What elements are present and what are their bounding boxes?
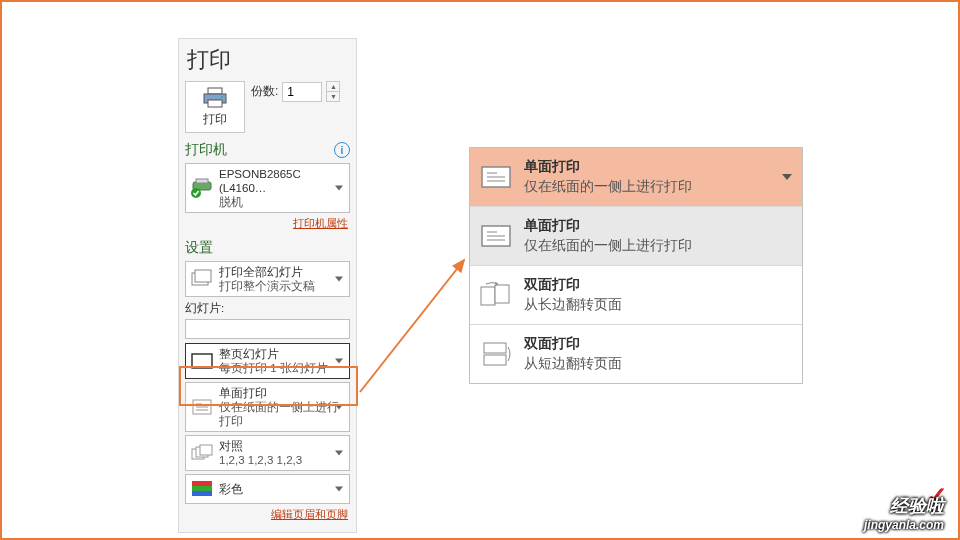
svg-rect-5: [196, 179, 208, 183]
popout-current-sub: 仅在纸面的一侧上进行打印: [524, 178, 692, 196]
svg-rect-8: [195, 270, 211, 282]
print-button-label: 打印: [203, 111, 227, 128]
duplex-short-icon: [478, 340, 514, 368]
slides-all-icon: [190, 268, 214, 290]
print-range-select[interactable]: 打印全部幻灯片 打印整个演示文稿: [185, 261, 350, 297]
single-sided-icon: [478, 222, 514, 250]
printer-name: EPSONB2865C (L4160…: [219, 167, 345, 195]
sides-sub: 仅在纸面的一侧上进行打印: [219, 400, 345, 428]
svg-rect-19: [192, 491, 212, 496]
opt2-title: 双面打印: [524, 276, 622, 294]
slides-field-label: 幻灯片:: [185, 301, 350, 316]
printer-status-icon: [190, 177, 214, 199]
print-button[interactable]: 打印: [185, 81, 245, 133]
slides-range-input[interactable]: [185, 319, 350, 339]
sides-options-popout: 单面打印 仅在纸面的一侧上进行打印 单面打印 仅在纸面的一侧上进行打印 双面打印…: [469, 147, 803, 384]
print-range-title: 打印全部幻灯片: [219, 265, 345, 279]
copies-label: 份数:: [251, 83, 278, 100]
opt1-title: 单面打印: [524, 217, 692, 235]
svg-rect-18: [192, 486, 212, 491]
copies-spinner[interactable]: ▲▼: [326, 81, 340, 102]
collate-sub: 1,2,3 1,2,3 1,2,3: [219, 453, 345, 467]
opt1-sub: 仅在纸面的一侧上进行打印: [524, 237, 692, 255]
layout-select[interactable]: 整页幻灯片 每页打印 1 张幻灯片: [185, 343, 350, 379]
chevron-down-icon: [335, 359, 343, 364]
info-icon[interactable]: i: [334, 142, 350, 158]
printer-status: 脱机: [219, 195, 345, 209]
color-icon: [190, 478, 214, 500]
layout-title: 整页幻灯片: [219, 347, 345, 361]
svg-point-3: [221, 96, 223, 98]
collate-select[interactable]: 对照 1,2,3 1,2,3 1,2,3: [185, 435, 350, 471]
opt3-sub: 从短边翻转页面: [524, 355, 622, 373]
svg-rect-17: [192, 481, 212, 486]
svg-point-6: [191, 188, 201, 198]
collate-title: 对照: [219, 439, 345, 453]
svg-rect-16: [200, 445, 212, 455]
duplex-long-icon: [478, 281, 514, 309]
svg-rect-30: [495, 285, 509, 303]
opt3-title: 双面打印: [524, 335, 622, 353]
edit-header-footer-link[interactable]: 编辑页眉和页脚: [185, 507, 348, 522]
chevron-down-icon: [335, 186, 343, 191]
watermark: 经验啦 jingyanla.com: [864, 494, 944, 532]
svg-rect-31: [484, 343, 506, 353]
section-printer-label: 打印机: [185, 141, 227, 159]
svg-rect-0: [208, 88, 222, 94]
svg-line-20: [360, 260, 464, 392]
opt2-sub: 从长边翻转页面: [524, 296, 622, 314]
chevron-down-icon: [335, 405, 343, 410]
chevron-down-icon: [335, 451, 343, 456]
popout-option-single[interactable]: 单面打印 仅在纸面的一侧上进行打印: [470, 207, 802, 266]
popout-current[interactable]: 单面打印 仅在纸面的一侧上进行打印: [470, 148, 802, 207]
svg-rect-2: [208, 100, 222, 107]
popout-option-duplex-short[interactable]: 双面打印 从短边翻转页面: [470, 325, 802, 383]
print-backstage-panel: 打印 打印 份数: ▲▼ 打印机 i: [178, 38, 357, 533]
color-select[interactable]: 彩色: [185, 474, 350, 504]
page-title: 打印: [185, 41, 350, 81]
sides-title: 单面打印: [219, 386, 345, 400]
full-page-icon: [190, 350, 214, 372]
svg-rect-29: [481, 287, 495, 305]
copies-input[interactable]: [282, 82, 322, 102]
printer-select[interactable]: EPSONB2865C (L4160… 脱机: [185, 163, 350, 213]
single-sided-icon: [478, 163, 514, 191]
printer-properties-link[interactable]: 打印机属性: [185, 216, 348, 231]
color-title: 彩色: [219, 482, 345, 496]
popout-option-duplex-long[interactable]: 双面打印 从长边翻转页面: [470, 266, 802, 325]
collate-icon: [190, 442, 214, 464]
chevron-down-icon: [782, 174, 792, 180]
print-range-sub: 打印整个演示文稿: [219, 279, 345, 293]
chevron-down-icon: [335, 487, 343, 492]
section-settings-label: 设置: [185, 239, 213, 257]
svg-rect-9: [192, 354, 212, 368]
popout-current-title: 单面打印: [524, 158, 692, 176]
sides-select[interactable]: 单面打印 仅在纸面的一侧上进行打印: [185, 382, 350, 432]
chevron-down-icon: [335, 277, 343, 282]
printer-icon: [202, 87, 228, 109]
svg-rect-32: [484, 355, 506, 365]
watermark-title: 经验啦: [864, 494, 944, 518]
watermark-url: jingyanla.com: [864, 518, 944, 532]
single-sided-icon: [190, 396, 214, 418]
layout-sub: 每页打印 1 张幻灯片: [219, 361, 345, 375]
